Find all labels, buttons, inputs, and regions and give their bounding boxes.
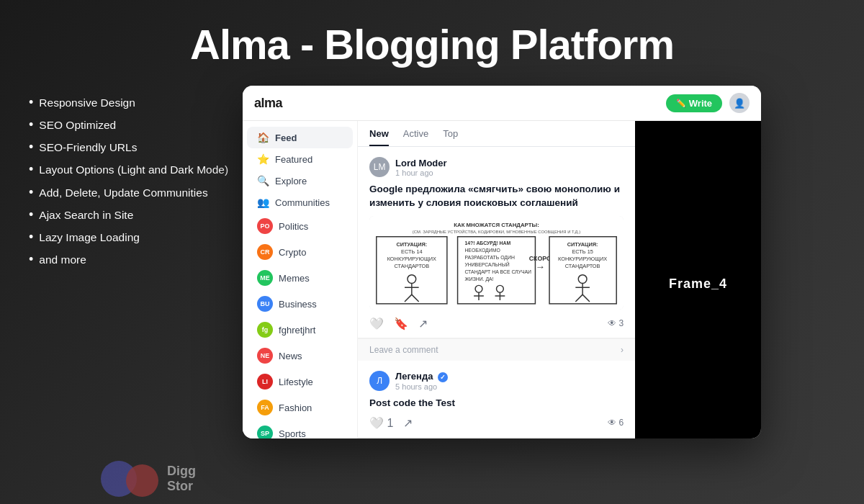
- comment-placeholder-1: Leave a comment: [369, 345, 438, 355]
- sidebar-community-fghretjhrt[interactable]: fgfghretjhrt: [247, 317, 353, 343]
- share-button-1[interactable]: ↗: [418, 317, 428, 330]
- post-title-2: Post code the Test: [369, 397, 624, 410]
- comment-arrow-1: ›: [621, 345, 624, 355]
- content-tabs: New Active Top: [358, 121, 635, 147]
- like-button-2[interactable]: 🤍 1: [369, 416, 393, 430]
- community-dot-lifestyle: LI: [257, 374, 273, 390]
- community-dot-politics: PO: [257, 218, 273, 234]
- bookmark-button-1[interactable]: 🔖: [394, 317, 408, 330]
- post-card-1: LM Lord Moder 1 hour ago Google предложи…: [358, 147, 635, 338]
- sidebar-label-explore: Explore: [275, 176, 307, 186]
- svg-text:КОНКУРИРУЮЩИХ: КОНКУРИРУЮЩИХ: [558, 256, 607, 262]
- post-actions-2: 🤍 1 ↗ 👁 6: [369, 416, 624, 430]
- like-button-1[interactable]: 🤍: [369, 317, 384, 330]
- svg-text:КАК МНОЖАТСЯ СТАНДАРТЫ:: КАК МНОЖАТСЯ СТАНДАРТЫ:: [454, 222, 539, 228]
- community-label-memes: Memes: [279, 273, 310, 284]
- view-count-1: 👁 3: [608, 318, 624, 328]
- content-row: Responsive DesignSEO OptimizedSEO-Friend…: [0, 86, 864, 438]
- sidebar-community-sports[interactable]: SPSports: [247, 420, 353, 438]
- app-layout: 🏠Feed⭐Featured🔍Explore👥CommunitiesPOPoli…: [243, 121, 761, 438]
- community-label-business: Business: [279, 299, 317, 310]
- sidebar-item-explore[interactable]: 🔍Explore: [247, 170, 353, 192]
- community-label-fghretjhrt: fghretjhrt: [279, 325, 315, 336]
- community-dot-news: NE: [257, 348, 273, 364]
- tab-active[interactable]: Active: [403, 128, 428, 146]
- user-avatar[interactable]: 👤: [729, 93, 750, 113]
- post-time-2: 5 hours ago: [395, 382, 448, 391]
- svg-text:ЕСТЬ 15: ЕСТЬ 15: [572, 248, 593, 255]
- svg-text:СТАНДАРТ НА ВСЕ СЛУЧАИ: СТАНДАРТ НА ВСЕ СЛУЧАИ: [464, 269, 531, 274]
- watermark-circles: [101, 461, 158, 497]
- post-author-1: LM Lord Moder 1 hour ago: [369, 157, 624, 177]
- sidebar-icon-explore: 🔍: [257, 175, 269, 186]
- comment-bar-1[interactable]: Leave a comment ›: [358, 338, 635, 361]
- post-card-2: Л Легенда ✓ 5 hours ago Post code the Te…: [358, 361, 635, 438]
- watermark-text: DiggStor: [167, 464, 196, 494]
- feature-item: Layout Options (Light and Dark Mode): [29, 160, 228, 179]
- sidebar-community-business[interactable]: BUBusiness: [247, 291, 353, 317]
- sidebar-community-fashion[interactable]: FAFashion: [247, 395, 353, 420]
- feature-item: Ajax Search in Site: [29, 205, 228, 225]
- share-button-2[interactable]: ↗: [403, 416, 413, 430]
- app-logo: alma: [254, 96, 282, 111]
- feature-item: Responsive Design: [29, 93, 228, 112]
- author-name-1: Lord Moder: [395, 158, 447, 168]
- post-avatar-2: Л: [369, 371, 390, 391]
- svg-text:УНИВЕРСАЛЬНЫЙ: УНИВЕРСАЛЬНЫЙ: [464, 261, 509, 267]
- community-label-sports: Sports: [279, 428, 306, 439]
- browser-nav-right: Write 👤: [666, 93, 750, 113]
- community-label-crypto: Crypto: [279, 247, 306, 258]
- sidebar-community-crypto[interactable]: CRCrypto: [247, 239, 353, 265]
- feature-item: Add, Delete, Update Communities: [29, 183, 228, 202]
- main-content: New Active Top LM Lord Moder 1 hour ago …: [358, 121, 635, 438]
- community-dot-fashion: FA: [257, 400, 273, 415]
- sidebar-community-news[interactable]: NENews: [247, 343, 353, 369]
- post-image-1: КАК МНОЖАТСЯ СТАНДАРТЫ: (СМ. ЗАРЯДНЫЕ УС…: [369, 216, 624, 310]
- sidebar-community-memes[interactable]: MEMemes: [247, 265, 353, 291]
- comment-bar-2[interactable]: Leave a comment ›: [358, 438, 635, 438]
- sidebar-icon-featured: ⭐: [257, 153, 269, 165]
- sidebar: 🏠Feed⭐Featured🔍Explore👥CommunitiesPOPoli…: [243, 121, 358, 438]
- author-name-2: Легенда ✓: [395, 371, 448, 382]
- post-actions-1: 🤍 🔖 ↗ 👁 3: [369, 317, 624, 330]
- browser-mockup: alma Write 👤 🏠Feed⭐Featured🔍Explore👥Comm…: [243, 86, 761, 438]
- community-label-lifestyle: Lifestyle: [279, 377, 313, 387]
- feature-item: and more: [29, 250, 228, 269]
- sidebar-community-politics[interactable]: POPolitics: [247, 213, 353, 239]
- sidebar-label-featured: Featured: [275, 154, 312, 165]
- svg-text:СИТУАЦИЯ:: СИТУАЦИЯ:: [397, 241, 428, 248]
- svg-text:КОНКУРИРУЮЩИХ: КОНКУРИРУЮЩИХ: [387, 256, 436, 262]
- browser-chrome: alma Write 👤: [243, 86, 761, 121]
- svg-text:ЖИЗНИ. ДА!: ЖИЗНИ. ДА!: [464, 276, 493, 282]
- svg-text:ЕСТЬ 14: ЕСТЬ 14: [401, 248, 422, 255]
- svg-text:СТАНДАРТОВ: СТАНДАРТОВ: [565, 263, 600, 269]
- sidebar-icon-communities: 👥: [257, 197, 269, 208]
- svg-text:14?! АБСУРД! НАМ: 14?! АБСУРД! НАМ: [464, 240, 510, 246]
- features-list: Responsive DesignSEO OptimizedSEO-Friend…: [29, 86, 228, 272]
- svg-text:НЕОБХОДИМО: НЕОБХОДИМО: [464, 248, 500, 253]
- community-label-politics: Politics: [279, 221, 308, 232]
- community-dot-crypto: CR: [257, 244, 273, 260]
- tab-new[interactable]: New: [369, 128, 389, 146]
- community-dot-memes: ME: [257, 270, 273, 286]
- svg-text:СИТУАЦИЯ:: СИТУАЦИЯ:: [567, 241, 598, 248]
- sidebar-item-communities[interactable]: 👥Communities: [247, 192, 353, 213]
- svg-text:(СМ. ЗАРЯДНЫЕ УСТРОЙСТВА, КОДИ: (СМ. ЗАРЯДНЫЕ УСТРОЙСТВА, КОДИРОВКИ, МГН…: [413, 230, 580, 234]
- circle-2: [126, 464, 158, 497]
- sidebar-community-lifestyle[interactable]: LILifestyle: [247, 369, 353, 395]
- frame-label: Frame_4: [669, 276, 727, 292]
- feature-item: SEO Optimized: [29, 115, 228, 135]
- feature-item: SEO-Friendly URLs: [29, 138, 228, 157]
- community-label-news: News: [279, 351, 302, 361]
- feature-item: Lazy Image Loading: [29, 228, 228, 247]
- verified-icon: ✓: [438, 372, 448, 382]
- write-button[interactable]: Write: [666, 94, 722, 112]
- svg-text:→: →: [536, 261, 546, 272]
- sidebar-item-feed[interactable]: 🏠Feed: [247, 127, 353, 148]
- sidebar-icon-feed: 🏠: [257, 132, 269, 143]
- page-title: Alma - Blogging Platform: [190, 20, 674, 68]
- community-dot-business: BU: [257, 296, 273, 312]
- tab-top[interactable]: Top: [443, 128, 458, 146]
- sidebar-item-featured[interactable]: ⭐Featured: [247, 148, 353, 170]
- community-dot-fghretjhrt: fg: [257, 322, 273, 338]
